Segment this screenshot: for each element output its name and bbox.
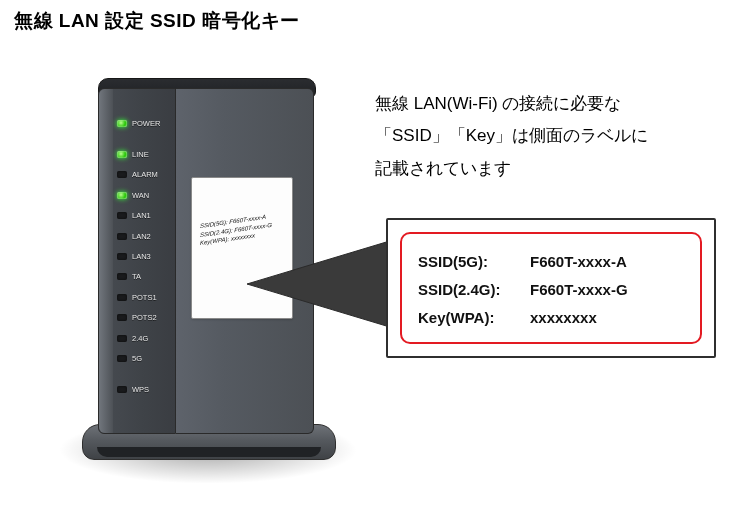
led-wan-icon xyxy=(117,192,127,199)
led-label: WAN xyxy=(132,191,149,200)
page-title: 無線 LAN 設定 SSID 暗号化キー xyxy=(14,8,300,34)
description-text: 無線 LAN(Wi-Fi) の接続に必要な 「SSID」「Key」は側面のラベル… xyxy=(375,88,715,185)
led-lan1-icon xyxy=(117,212,127,219)
led-lan3-icon xyxy=(117,253,127,260)
callout-row: SSID(2.4G):F660T-xxxx-G xyxy=(418,276,684,304)
callout-key: Key(WPA): xyxy=(418,304,530,332)
led-row-power: POWER xyxy=(117,113,175,133)
callout-pointer xyxy=(247,234,393,334)
router-led-list: POWERLINEALARMWANLAN1LAN2LAN3TAPOTS1POTS… xyxy=(117,113,175,400)
led-pots2-icon xyxy=(117,314,127,321)
led-row-wps: WPS xyxy=(117,380,175,400)
led-label: LAN3 xyxy=(132,252,151,261)
led-row-24g: 2.4G xyxy=(117,328,175,348)
led-label: LAN2 xyxy=(132,232,151,241)
led-row-ta: TA xyxy=(117,267,175,287)
router-front-panel: POWERLINEALARMWANLAN1LAN2LAN3TAPOTS1POTS… xyxy=(98,88,176,434)
callout-value: F660T-xxxx-A xyxy=(530,248,684,276)
led-row-line: LINE xyxy=(117,144,175,164)
led-label: POWER xyxy=(132,119,160,128)
callout-row: Key(WPA):xxxxxxxx xyxy=(418,304,684,332)
description-line: 無線 LAN(Wi-Fi) の接続に必要な xyxy=(375,88,715,120)
callout-value: F660T-xxxx-G xyxy=(530,276,684,304)
led-row-pots1: POTS1 xyxy=(117,287,175,307)
led-row-5g: 5G xyxy=(117,348,175,368)
led-row-lan1: LAN1 xyxy=(117,206,175,226)
led-24g-icon xyxy=(117,335,127,342)
description-line: 記載されています xyxy=(375,153,715,185)
led-pots1-icon xyxy=(117,294,127,301)
callout-value: xxxxxxxx xyxy=(530,304,684,332)
led-label: TA xyxy=(132,272,141,281)
led-wps-icon xyxy=(117,386,127,393)
callout-row: SSID(5G):F660T-xxxx-A xyxy=(418,248,684,276)
router-front-edge xyxy=(99,89,113,433)
led-row-alarm: ALARM xyxy=(117,165,175,185)
led-label: 2.4G xyxy=(132,334,148,343)
led-gap xyxy=(117,369,175,380)
led-label: LAN1 xyxy=(132,211,151,220)
led-power-icon xyxy=(117,120,127,127)
svg-marker-0 xyxy=(247,240,393,328)
description-line: 「SSID」「Key」は側面のラベルに xyxy=(375,120,715,152)
led-label: WPS xyxy=(132,385,149,394)
led-label: ALARM xyxy=(132,170,158,179)
led-label: POTS2 xyxy=(132,313,157,322)
led-ta-icon xyxy=(117,273,127,280)
led-line-icon xyxy=(117,151,127,158)
led-5g-icon xyxy=(117,355,127,362)
led-gap xyxy=(117,133,175,144)
callout: SSID(5G):F660T-xxxx-ASSID(2.4G):F660T-xx… xyxy=(386,218,716,358)
led-label: LINE xyxy=(132,150,149,159)
led-row-wan: WAN xyxy=(117,185,175,205)
led-label: POTS1 xyxy=(132,293,157,302)
led-row-lan3: LAN3 xyxy=(117,246,175,266)
callout-inner: SSID(5G):F660T-xxxx-ASSID(2.4G):F660T-xx… xyxy=(400,232,702,344)
callout-key: SSID(2.4G): xyxy=(418,276,530,304)
led-row-lan2: LAN2 xyxy=(117,226,175,246)
callout-key: SSID(5G): xyxy=(418,248,530,276)
led-lan2-icon xyxy=(117,233,127,240)
led-label: 5G xyxy=(132,354,142,363)
led-row-pots2: POTS2 xyxy=(117,308,175,328)
led-alarm-icon xyxy=(117,171,127,178)
